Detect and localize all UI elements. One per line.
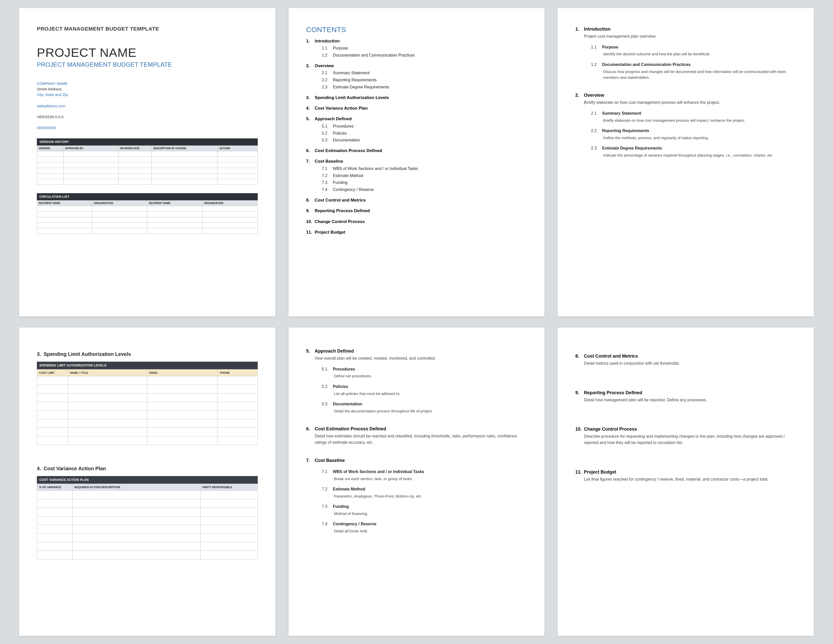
table-cell[interactable] — [147, 411, 218, 419]
toc-item[interactable]: 5Approach Defined — [306, 116, 527, 122]
table-cell[interactable] — [147, 385, 218, 393]
table-cell[interactable] — [72, 551, 200, 559]
toc-item[interactable]: 4Cost Variance Action Plan — [306, 105, 527, 112]
toc-subitem[interactable]: 1.2Documentation and Communication Pract… — [322, 52, 527, 59]
table-cell[interactable] — [147, 402, 218, 411]
toc-item[interactable]: 9Reporting Process Defined — [306, 208, 527, 214]
table-cell[interactable] — [72, 499, 200, 508]
table-cell[interactable] — [218, 436, 257, 445]
table-cell[interactable] — [200, 499, 257, 508]
toc-item[interactable]: 10Change Control Process — [306, 219, 527, 225]
table-cell[interactable] — [63, 174, 118, 179]
table-cell[interactable] — [200, 534, 257, 542]
table-cell[interactable] — [119, 163, 152, 168]
table-cell[interactable] — [68, 402, 148, 411]
table-cell[interactable] — [218, 376, 257, 385]
table-cell[interactable] — [147, 428, 218, 436]
table-cell[interactable] — [68, 376, 148, 385]
table-cell[interactable] — [37, 217, 92, 223]
table-cell[interactable] — [119, 151, 152, 157]
table-cell[interactable] — [218, 157, 257, 163]
toc-subitem[interactable]: 2.1Summary Statement — [322, 70, 527, 76]
table-cell[interactable] — [37, 168, 64, 174]
table-cell[interactable] — [68, 393, 148, 402]
table-cell[interactable] — [152, 151, 218, 157]
table-cell[interactable] — [37, 534, 72, 542]
table-cell[interactable] — [63, 168, 118, 174]
table-cell[interactable] — [37, 517, 72, 525]
toc-item[interactable]: 8Cost Control and Metrics — [306, 197, 527, 204]
table-cell[interactable] — [68, 419, 148, 428]
table-cell[interactable] — [119, 168, 152, 174]
table-cell[interactable] — [37, 228, 92, 234]
table-cell[interactable] — [152, 163, 218, 168]
table-cell[interactable] — [218, 163, 257, 168]
table-cell[interactable] — [37, 499, 72, 508]
table-cell[interactable] — [119, 174, 152, 179]
toc-item[interactable]: 6Cost Estimation Process Defined — [306, 148, 527, 154]
table-cell[interactable] — [218, 174, 257, 179]
table-cell[interactable] — [37, 376, 68, 385]
table-cell[interactable] — [200, 517, 257, 525]
table-cell[interactable] — [200, 525, 257, 534]
table-cell[interactable] — [37, 508, 72, 517]
table-cell[interactable] — [37, 163, 64, 168]
toc-subitem[interactable]: 7.2Estimate Method — [322, 173, 527, 179]
table-cell[interactable] — [72, 542, 200, 551]
table-cell[interactable] — [68, 428, 148, 436]
table-cell[interactable] — [200, 551, 257, 559]
table-cell[interactable] — [147, 212, 202, 217]
table-cell[interactable] — [37, 402, 68, 411]
table-cell[interactable] — [92, 212, 147, 217]
table-cell[interactable] — [92, 223, 147, 228]
table-cell[interactable] — [68, 385, 148, 393]
table-cell[interactable] — [37, 206, 92, 212]
table-cell[interactable] — [37, 157, 64, 163]
table-cell[interactable] — [63, 157, 118, 163]
table-cell[interactable] — [218, 411, 257, 419]
table-cell[interactable] — [92, 228, 147, 234]
table-cell[interactable] — [147, 419, 218, 428]
table-cell[interactable] — [152, 179, 218, 185]
table-cell[interactable] — [203, 228, 257, 234]
toc-item[interactable]: 3Spending Limit Authorization Levels — [306, 95, 527, 101]
table-cell[interactable] — [218, 428, 257, 436]
table-cell[interactable] — [200, 491, 257, 499]
table-cell[interactable] — [218, 402, 257, 411]
toc-subitem[interactable]: 5.1Procedures — [322, 123, 527, 130]
toc-subitem[interactable]: 2.3Estimate Degree Requirements — [322, 84, 527, 90]
table-cell[interactable] — [37, 436, 68, 445]
table-cell[interactable] — [200, 508, 257, 517]
table-cell[interactable] — [147, 393, 218, 402]
table-cell[interactable] — [37, 174, 64, 179]
table-cell[interactable] — [200, 542, 257, 551]
table-cell[interactable] — [37, 212, 92, 217]
toc-subitem[interactable]: 5.2Policies — [322, 130, 527, 137]
table-cell[interactable] — [92, 217, 147, 223]
toc-subitem[interactable]: 7.3Funding — [322, 180, 527, 186]
table-cell[interactable] — [203, 223, 257, 228]
table-cell[interactable] — [72, 525, 200, 534]
table-cell[interactable] — [37, 428, 68, 436]
table-cell[interactable] — [152, 168, 218, 174]
table-cell[interactable] — [72, 508, 200, 517]
toc-subitem[interactable]: 7.1WBS of Work Sections and / or Individ… — [322, 166, 527, 172]
table-cell[interactable] — [203, 212, 257, 217]
table-cell[interactable] — [203, 217, 257, 223]
table-cell[interactable] — [147, 206, 202, 212]
table-cell[interactable] — [37, 551, 72, 559]
table-cell[interactable] — [63, 151, 118, 157]
table-cell[interactable] — [147, 376, 218, 385]
table-cell[interactable] — [218, 385, 257, 393]
toc-subitem[interactable]: 1.1Purpose — [322, 45, 527, 52]
table-cell[interactable] — [37, 525, 72, 534]
table-cell[interactable] — [218, 179, 257, 185]
table-cell[interactable] — [218, 419, 257, 428]
table-cell[interactable] — [218, 168, 257, 174]
table-cell[interactable] — [72, 534, 200, 542]
toc-subitem[interactable]: 2.2Reporting Requirements — [322, 77, 527, 83]
table-cell[interactable] — [37, 411, 68, 419]
table-cell[interactable] — [203, 206, 257, 212]
table-cell[interactable] — [147, 223, 202, 228]
toc-item[interactable]: 2Overview — [306, 63, 527, 69]
